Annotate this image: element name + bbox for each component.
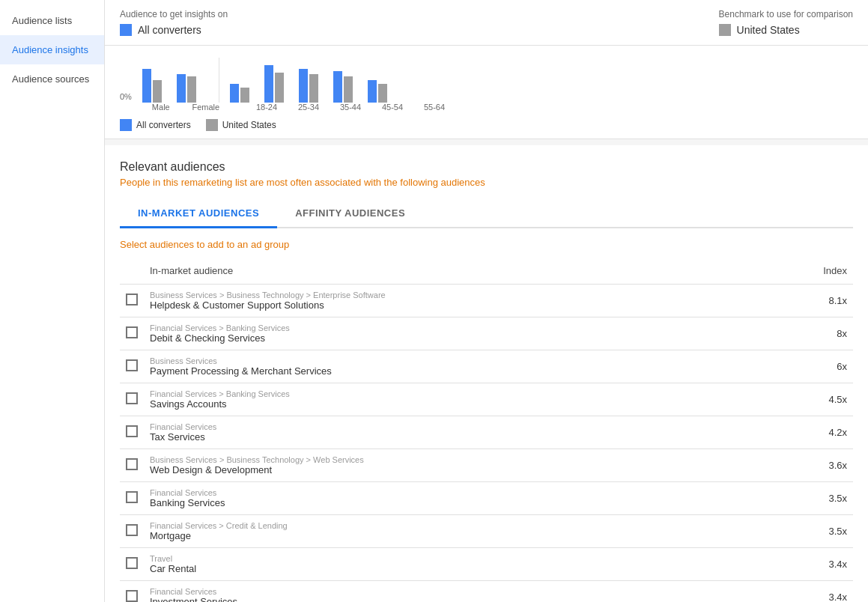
table-row: Financial Services > Credit & LendingMor… bbox=[120, 515, 853, 548]
age-18-24-group bbox=[230, 84, 249, 103]
col-header-audience: In-market audience bbox=[144, 258, 793, 285]
female-label: Female bbox=[192, 103, 219, 112]
audience-selector-section: Audience to get insights on All converte… bbox=[120, 9, 228, 36]
female-bar-group bbox=[177, 74, 196, 103]
age-5564-label: 55-64 bbox=[424, 103, 445, 112]
audience-value: All converters bbox=[138, 24, 201, 36]
legend-gray-swatch bbox=[206, 119, 218, 131]
legend-all-converters-label: All converters bbox=[136, 120, 191, 130]
table-row: Business Services > Business Technology … bbox=[120, 449, 853, 482]
legend-all-converters: All converters bbox=[120, 119, 191, 131]
row-audience-cell: Business Services > Business Technology … bbox=[144, 285, 793, 317]
row-name: Debit & Checking Services bbox=[150, 332, 787, 344]
audience-tabs: IN-MARKET AUDIENCES AFFINITY AUDIENCES bbox=[120, 200, 853, 228]
row-name: Car Rental bbox=[150, 563, 787, 574]
legend-united-states: United States bbox=[206, 119, 276, 131]
row-category: Financial Services > Credit & Lending bbox=[150, 521, 787, 530]
row-category: Financial Services bbox=[150, 488, 787, 497]
legend-blue-swatch bbox=[120, 119, 132, 131]
row-category: Financial Services bbox=[150, 587, 787, 596]
row-name: Banking Services bbox=[150, 497, 787, 508]
row-audience-cell: Business ServicesPayment Processing & Me… bbox=[144, 350, 793, 383]
tab-in-market[interactable]: IN-MARKET AUDIENCES bbox=[120, 200, 277, 228]
row-checkbox-5[interactable] bbox=[126, 458, 138, 470]
age-1824-gray bbox=[240, 88, 249, 103]
row-audience-cell: TravelCar Rental bbox=[144, 548, 793, 581]
age-45-54-group bbox=[333, 71, 353, 103]
united-states-swatch bbox=[719, 24, 731, 36]
row-audience-cell: Financial ServicesBanking Services bbox=[144, 482, 793, 515]
age-3544-blue bbox=[299, 69, 308, 103]
row-name: Payment Processing & Merchant Services bbox=[150, 365, 787, 377]
relevant-audiences-title: Relevant audiences bbox=[120, 160, 853, 174]
table-row: TravelCar Rental3.4x bbox=[120, 548, 853, 581]
audience-value-row: All converters bbox=[120, 24, 228, 36]
sidebar-item-audience-lists[interactable]: Audience lists bbox=[0, 6, 104, 35]
table-area: Select audiences to add to an ad group I… bbox=[105, 228, 868, 602]
all-converters-swatch bbox=[120, 24, 132, 36]
row-checkbox-4[interactable] bbox=[126, 425, 138, 437]
row-checkbox-1[interactable] bbox=[126, 326, 138, 338]
age-2534-blue bbox=[264, 65, 273, 103]
col-header-checkbox bbox=[120, 258, 144, 285]
female-blue-bar bbox=[177, 74, 186, 103]
age-25-34-group bbox=[264, 65, 284, 103]
row-category: Business Services > Business Technology … bbox=[150, 455, 787, 464]
row-category: Financial Services > Banking Services bbox=[150, 389, 787, 398]
row-checkbox-0[interactable] bbox=[126, 294, 138, 305]
male-blue-bar bbox=[142, 69, 151, 103]
row-checkbox-6[interactable] bbox=[126, 491, 138, 503]
row-index: 6x bbox=[793, 350, 853, 383]
row-checkbox-7[interactable] bbox=[126, 524, 138, 536]
age-4554-blue bbox=[333, 71, 342, 103]
row-checkbox-9[interactable] bbox=[126, 590, 138, 602]
sidebar-item-audience-insights[interactable]: Audience insights bbox=[0, 35, 104, 64]
row-audience-cell: Financial Services > Credit & LendingMor… bbox=[144, 515, 793, 548]
table-row: Business Services > Business Technology … bbox=[120, 285, 853, 317]
chart-legend: All converters United States bbox=[120, 112, 853, 139]
age-1824-blue bbox=[230, 84, 239, 103]
table-row: Financial ServicesBanking Services3.5x bbox=[120, 482, 853, 515]
row-index: 8.1x bbox=[793, 285, 853, 317]
zero-label: 0% bbox=[120, 92, 132, 103]
row-checkbox-2[interactable] bbox=[126, 359, 138, 371]
age-4554-gray bbox=[344, 76, 353, 103]
row-audience-cell: Financial ServicesInvestment Services bbox=[144, 581, 793, 603]
sidebar-item-audience-sources[interactable]: Audience sources bbox=[0, 64, 104, 94]
row-category: Business Services bbox=[150, 356, 787, 365]
row-checkbox-8[interactable] bbox=[126, 557, 138, 569]
age-chart bbox=[225, 65, 392, 103]
row-name: Savings Accounts bbox=[150, 398, 787, 410]
row-audience-cell: Business Services > Business Technology … bbox=[144, 449, 793, 482]
male-label: Male bbox=[152, 103, 170, 112]
age-5564-gray bbox=[378, 84, 387, 103]
table-row: Financial ServicesTax Services4.2x bbox=[120, 416, 853, 449]
row-audience-cell: Financial Services > Banking ServicesSav… bbox=[144, 383, 793, 416]
row-category: Travel bbox=[150, 554, 787, 563]
age-1824-label: 18-24 bbox=[256, 103, 277, 112]
age-4554-label: 45-54 bbox=[382, 103, 403, 112]
benchmark-selector-section: Benchmark to use for comparison United S… bbox=[719, 9, 853, 36]
row-index: 4.5x bbox=[793, 383, 853, 416]
benchmark-value: United States bbox=[737, 24, 800, 36]
row-name: Tax Services bbox=[150, 431, 787, 443]
top-bar: Audience to get insights on All converte… bbox=[105, 0, 868, 46]
table-row: Financial Services > Banking ServicesDeb… bbox=[120, 317, 853, 350]
age-5564-blue bbox=[368, 80, 377, 103]
row-name: Investment Services bbox=[150, 596, 787, 602]
audience-table: In-market audience Index Business Servic… bbox=[120, 258, 853, 602]
row-index: 8x bbox=[793, 317, 853, 350]
female-gray-bar bbox=[187, 76, 196, 103]
age-2534-gray bbox=[275, 73, 284, 103]
age-3544-gray bbox=[309, 74, 318, 103]
relevant-audiences-section: Relevant audiences People in this remark… bbox=[105, 145, 868, 228]
select-label: Select audiences to add to an ad group bbox=[120, 228, 853, 258]
relevant-audiences-subtitle: People in this remarketing list are most… bbox=[120, 177, 853, 188]
row-category: Financial Services > Banking Services bbox=[150, 323, 787, 332]
tab-affinity[interactable]: AFFINITY AUDIENCES bbox=[277, 200, 423, 228]
row-name: Mortgage bbox=[150, 530, 787, 541]
row-category: Business Services > Business Technology … bbox=[150, 291, 787, 300]
row-checkbox-3[interactable] bbox=[126, 392, 138, 404]
row-category: Financial Services bbox=[150, 422, 787, 431]
row-name: Web Design & Development bbox=[150, 464, 787, 475]
